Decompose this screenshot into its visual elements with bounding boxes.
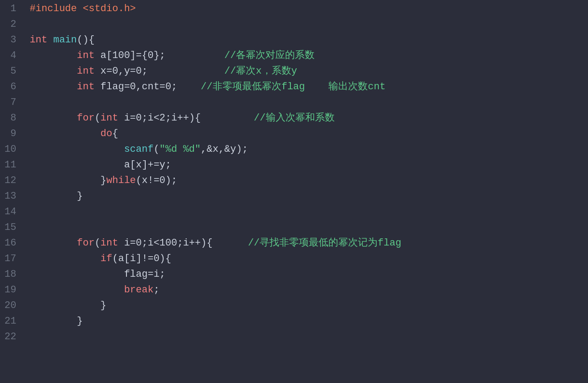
token-indent-12 — [29, 173, 100, 188]
token-include: #include — [29, 1, 77, 17]
token-code-18: flag=i; — [124, 266, 165, 282]
token-brace-12: } — [101, 173, 106, 188]
token-args-10: ,&x,&y); — [201, 142, 248, 157]
token-string-10: "%d %d" — [160, 142, 201, 157]
token-semi-19: ; — [154, 282, 160, 298]
code-line-12: }while(x!=0); — [29, 173, 588, 188]
code-line-6: int flag=0,cnt=0; //非零项最低幂次flag 输出次数cnt — [29, 79, 588, 95]
line-num-9: 9 — [4, 126, 22, 142]
code-line-16: for(int i=0;i<100;i++){ //寻找非零项最低的幂次记为fl… — [29, 235, 588, 251]
token-int-5: int — [77, 63, 95, 79]
token-while-12: while — [106, 173, 136, 188]
token-indent-9 — [29, 126, 100, 142]
line-num-7: 7 — [4, 95, 22, 110]
code-line-20: } — [29, 298, 588, 313]
line-num-11: 11 — [4, 157, 22, 173]
token-comment-4: //各幂次对应的系数 — [224, 48, 315, 63]
token-code-5: x=0,y=0; — [95, 63, 224, 79]
code-line-1: #include <stdio.h> — [29, 1, 588, 17]
token-scanf: scanf — [124, 142, 154, 157]
line-num-20: 20 — [4, 298, 22, 313]
line-num-8: 8 — [4, 110, 22, 126]
token-for-16: for — [77, 235, 95, 251]
token-brace-20: } — [101, 298, 106, 313]
token-paren-16a: ( — [95, 235, 101, 251]
code-line-4: int a[100]={0}; //各幂次对应的系数 — [29, 48, 588, 63]
token-cond-17: (a[i]!=0){ — [112, 251, 171, 266]
line-num-6: 6 — [4, 79, 22, 95]
token-int-6: int — [77, 79, 95, 95]
token-cond-12: (x!=0); — [136, 173, 177, 188]
token-int-16: int — [101, 235, 118, 251]
code-line-14 — [29, 204, 588, 220]
code-line-5: int x=0,y=0; //幂次x，系数y — [29, 63, 588, 79]
token-comment-6: //非零项最低幂次flag 输出次数cnt — [201, 79, 386, 95]
token-code-4: a[100]={0}; — [95, 48, 224, 63]
token-paren-10: ( — [154, 142, 160, 157]
token-for-8: for — [77, 110, 95, 126]
code-line-18: flag=i; — [29, 266, 588, 282]
code-line-13: } — [29, 188, 588, 204]
token-code-6: flag=0,cnt=0; — [95, 79, 201, 95]
token-do-9: do — [101, 126, 112, 142]
line-num-19: 19 — [4, 282, 22, 298]
token-brace-13: } — [77, 188, 83, 204]
code-line-22 — [29, 329, 588, 345]
token-indent-18 — [29, 266, 124, 282]
code-line-11: a[x]+=y; — [29, 157, 588, 173]
token-brace-21: } — [77, 313, 83, 329]
line-num-3: 3 — [4, 32, 22, 48]
token-paren-8a: ( — [95, 110, 101, 126]
line-num-4: 4 — [4, 48, 22, 63]
code-line-8: for(int i=0;i<2;i++){ //输入次幂和系数 — [29, 110, 588, 126]
token-indent-17 — [29, 251, 100, 266]
line-num-14: 14 — [4, 204, 22, 220]
line-numbers: 1 2 3 4 5 6 7 8 9 10 11 12 13 14 15 16 1… — [0, 0, 27, 383]
token-code-8: i=0;i<2;i++){ — [118, 110, 254, 126]
token-int-8: int — [101, 110, 118, 126]
line-num-17: 17 — [4, 251, 22, 266]
token-indent-4 — [29, 48, 77, 63]
code-line-19: break; — [29, 282, 588, 298]
token-indent-11 — [29, 157, 124, 173]
code-line-3: int main(){ — [29, 32, 588, 48]
token-brace-9: { — [112, 126, 118, 142]
token-indent-19 — [29, 282, 124, 298]
token-indent-13 — [29, 188, 77, 204]
line-num-18: 18 — [4, 266, 22, 282]
code-body[interactable]: #include <stdio.h> int main(){ int a[100… — [27, 0, 588, 383]
line-num-2: 2 — [4, 17, 22, 32]
token-comment-8: //输入次幂和系数 — [254, 110, 334, 126]
code-line-2 — [29, 17, 588, 32]
line-num-10: 10 — [4, 142, 22, 157]
code-editor: 1 2 3 4 5 6 7 8 9 10 11 12 13 14 15 16 1… — [0, 0, 588, 383]
token-code-16: i=0;i<100;i++){ — [118, 235, 248, 251]
line-num-22: 22 — [4, 329, 22, 345]
token-space — [77, 1, 83, 17]
line-num-13: 13 — [4, 188, 22, 204]
line-num-5: 5 — [4, 63, 22, 79]
line-num-1: 1 — [4, 1, 22, 17]
token-int-3: int — [29, 32, 47, 48]
code-line-10: scanf("%d %d",&x,&y); — [29, 142, 588, 157]
line-num-21: 21 — [4, 313, 22, 329]
token-if-17: if — [101, 251, 112, 266]
token-comment-16: //寻找非零项最低的幂次记为flag — [248, 235, 401, 251]
token-indent-16 — [29, 235, 77, 251]
token-space-3 — [47, 32, 53, 48]
line-num-12: 12 — [4, 173, 22, 188]
token-main: main — [53, 32, 77, 48]
token-indent-6 — [29, 79, 77, 95]
token-indent-21 — [29, 313, 77, 329]
token-comment-5: //幂次x，系数y — [224, 63, 297, 79]
token-indent-20 — [29, 298, 100, 313]
code-line-21: } — [29, 313, 588, 329]
token-int-4: int — [77, 48, 95, 63]
token-header: <stdio.h> — [83, 1, 136, 17]
token-indent-10 — [29, 142, 124, 157]
token-break-19: break — [124, 282, 154, 298]
code-line-17: if(a[i]!=0){ — [29, 251, 588, 266]
token-paren-3: (){ — [77, 32, 95, 48]
code-line-9: do{ — [29, 126, 588, 142]
code-line-15 — [29, 220, 588, 235]
